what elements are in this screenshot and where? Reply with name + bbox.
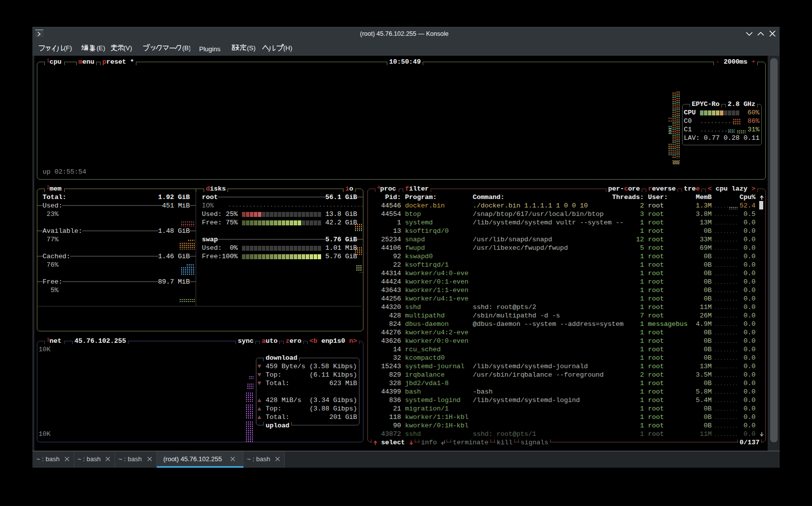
svg-text:(B): (B) (182, 44, 190, 52)
svg-text:(S): (S) (247, 44, 255, 52)
svg-text:(E): (E) (97, 44, 105, 52)
svg-text:(F): (F) (64, 44, 72, 52)
svg-text:(V): (V) (123, 44, 132, 52)
svg-text:(H): (H) (283, 44, 292, 52)
